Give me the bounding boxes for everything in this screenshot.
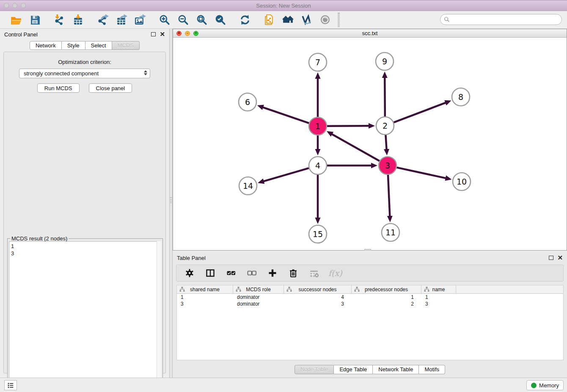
network-maximize-icon[interactable]: + xyxy=(193,31,198,36)
network-window-title: scc.txt xyxy=(173,30,567,36)
export-table-icon[interactable] xyxy=(115,14,128,26)
app-titlebar: Session: New Session xyxy=(0,0,567,11)
open-file-icon[interactable] xyxy=(10,14,23,26)
table-panel-float-icon[interactable] xyxy=(549,256,553,260)
zoom-selected-icon[interactable] xyxy=(214,14,227,26)
memory-label: Memory xyxy=(539,382,559,389)
add-row-icon[interactable] xyxy=(266,267,279,279)
home-icon[interactable] xyxy=(282,14,295,26)
settings-icon[interactable] xyxy=(183,267,196,279)
hierarchy-icon xyxy=(236,287,241,292)
window-resize-handle[interactable] xyxy=(364,249,371,251)
table-cell: 3 xyxy=(421,301,456,307)
tab-motifs[interactable]: Motifs xyxy=(419,365,445,374)
network-window-titlebar[interactable]: ✕ – + scc.txt xyxy=(173,29,567,38)
zoom-fit-icon[interactable] xyxy=(195,14,208,26)
hierarchy-icon xyxy=(286,287,292,292)
select-stepper-icon xyxy=(144,70,147,75)
control-panel-close-icon[interactable]: ✕ xyxy=(160,32,165,36)
show-hide-icon[interactable] xyxy=(319,14,332,26)
divider-grip-icon xyxy=(170,197,172,204)
edge-arrow-icon xyxy=(369,123,375,129)
column-header-predecessor-nodes[interactable]: predecessor nodes xyxy=(352,285,421,293)
select-all-icon[interactable] xyxy=(225,267,237,279)
edge-arrow-icon xyxy=(382,72,388,78)
tab-network-table[interactable]: Network Table xyxy=(373,365,419,374)
memory-button[interactable]: Memory xyxy=(526,380,564,390)
network-close-icon[interactable]: ✕ xyxy=(176,31,182,36)
optimization-select[interactable]: strongly connected component xyxy=(19,69,150,78)
task-history-button[interactable] xyxy=(4,380,17,390)
node-table: shared nameMCDS rolesuccessor nodesprede… xyxy=(176,285,564,360)
table-row[interactable]: 1dominator411 xyxy=(177,294,563,301)
import-table-icon[interactable] xyxy=(72,14,85,26)
column-header-name[interactable]: name xyxy=(421,285,456,293)
main-toolbar xyxy=(0,11,567,29)
graph-node-label-3: 3 xyxy=(385,161,390,170)
edge-2-3 xyxy=(385,135,386,150)
graph-node-label-1: 1 xyxy=(315,121,320,131)
tab-style[interactable]: Style xyxy=(62,41,85,50)
table-cell: dominator xyxy=(233,301,284,307)
edge-2-8 xyxy=(394,102,446,122)
delete-table-icon xyxy=(308,267,320,279)
table-panel-close-icon[interactable]: ✕ xyxy=(557,256,563,260)
columns-icon[interactable] xyxy=(204,267,217,279)
network-graph: 7968124314101511 xyxy=(173,38,567,250)
hierarchy-icon xyxy=(179,287,185,292)
export-network-icon[interactable] xyxy=(96,14,109,26)
mcds-result-scrollbar[interactable] xyxy=(157,241,161,392)
edge-arrow-icon xyxy=(257,105,264,110)
app-minimize-button[interactable] xyxy=(12,3,17,8)
control-panel-title: Control Panel xyxy=(4,31,38,38)
table-cell: 4 xyxy=(284,294,352,301)
edge-3-1 xyxy=(331,134,380,161)
deselect-all-icon[interactable] xyxy=(245,267,258,279)
app-maximize-button[interactable] xyxy=(21,3,26,8)
column-header-shared-name[interactable]: shared name xyxy=(177,285,233,293)
column-header-label: successor nodes xyxy=(298,287,336,293)
tab-network[interactable]: Network xyxy=(30,41,62,50)
save-session-icon[interactable] xyxy=(29,14,41,26)
tab-edge-table[interactable]: Edge Table xyxy=(334,365,373,374)
app-close-button[interactable] xyxy=(4,3,9,8)
graph-node-label-15: 15 xyxy=(313,229,323,239)
refresh-icon[interactable] xyxy=(239,14,251,26)
graph-node-label-6: 6 xyxy=(245,97,250,107)
hierarchy-icon xyxy=(424,287,429,292)
control-panel-float-icon[interactable] xyxy=(151,32,156,36)
hierarchy-icon xyxy=(354,287,360,292)
graph-node-label-2: 2 xyxy=(383,121,388,130)
zoom-out-icon[interactable] xyxy=(177,14,190,26)
table-row[interactable]: 3dominator323 xyxy=(177,301,563,307)
tab-node-table[interactable]: Node Table xyxy=(295,365,334,374)
graph-node-label-14: 14 xyxy=(243,181,253,190)
delete-row-icon[interactable] xyxy=(287,267,300,279)
mcds-result-text[interactable]: 1 3 xyxy=(9,241,161,392)
network-minimize-icon[interactable]: – xyxy=(185,31,190,36)
import-network-icon[interactable] xyxy=(53,14,66,26)
export-image-icon[interactable] xyxy=(134,14,146,26)
search-input[interactable] xyxy=(450,15,561,24)
toolbar-separator xyxy=(339,13,340,27)
app-title: Session: New Session xyxy=(0,3,567,9)
network-file-icon[interactable] xyxy=(263,14,276,26)
edge-3-11 xyxy=(388,175,390,217)
tab-mcds[interactable]: MCDS xyxy=(112,41,140,50)
edge-arrow-icon xyxy=(444,100,451,105)
control-panel-tabs: NetworkStyleSelectMCDS xyxy=(0,41,169,50)
function-icon-label: f(x) xyxy=(328,268,342,278)
run-mcds-button[interactable]: Run MCDS xyxy=(37,83,80,93)
close-panel-button[interactable]: Close panel xyxy=(89,83,132,93)
zoom-in-icon[interactable] xyxy=(158,14,171,26)
vizmapper-icon[interactable] xyxy=(300,14,313,26)
panel-split-divider[interactable] xyxy=(169,29,173,378)
network-canvas[interactable]: 7968124314101511 xyxy=(173,38,567,250)
column-header-MCDS-role[interactable]: MCDS role xyxy=(233,285,284,293)
column-header-label: name xyxy=(432,287,445,293)
column-header-successor-nodes[interactable]: successor nodes xyxy=(284,285,352,293)
tab-select[interactable]: Select xyxy=(85,41,112,50)
graph-node-label-11: 11 xyxy=(385,228,396,237)
edge-arrow-icon xyxy=(371,163,377,168)
function-icon: f(x) xyxy=(328,267,342,279)
